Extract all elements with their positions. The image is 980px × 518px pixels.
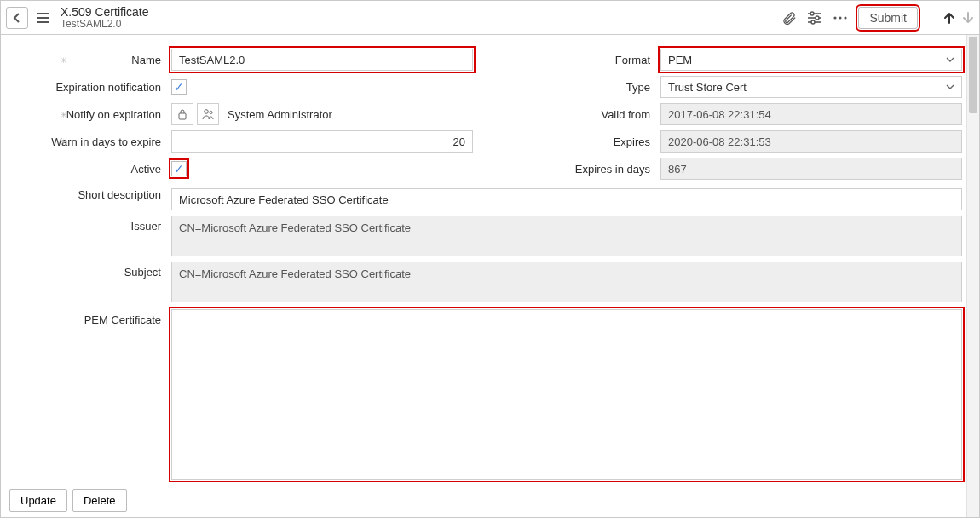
- short-desc-input[interactable]: [171, 188, 962, 210]
- notify-user: System Administrator: [228, 108, 332, 121]
- svg-point-4: [816, 16, 819, 20]
- name-input[interactable]: [171, 49, 473, 71]
- label-issuer: Issuer: [18, 216, 171, 233]
- form-body: Name Expiration notification ✓ Notify on…: [1, 35, 979, 490]
- svg-point-5: [811, 20, 815, 24]
- label-type: Type: [507, 81, 660, 94]
- settings-icon[interactable]: [807, 11, 822, 25]
- prev-record-icon[interactable]: [943, 11, 955, 25]
- label-name: Name: [18, 54, 171, 66]
- label-expires-in-days: Expires in days: [507, 163, 660, 176]
- svg-rect-9: [179, 113, 186, 119]
- record-name: TestSAML2.0: [61, 19, 149, 31]
- title-block: X.509 Certificate TestSAML2.0: [61, 5, 149, 31]
- svg-point-8: [845, 16, 847, 19]
- expires-field: [660, 130, 962, 153]
- svg-point-3: [810, 12, 814, 15]
- header-actions: Submit: [781, 7, 974, 29]
- update-button[interactable]: Update: [9, 489, 67, 512]
- label-valid-from: Valid from: [507, 108, 660, 121]
- form-header: X.509 Certificate TestSAML2.0: [1, 1, 979, 35]
- more-icon[interactable]: [833, 15, 848, 20]
- attachment-icon[interactable]: [781, 10, 797, 26]
- label-subject: Subject: [18, 262, 171, 279]
- label-notify: Notify on expiration: [18, 108, 171, 121]
- issuer-field: CN=Microsoft Azure Federated SSO Certifi…: [171, 216, 962, 256]
- subject-field: CN=Microsoft Azure Federated SSO Certifi…: [171, 262, 962, 302]
- svg-point-7: [839, 16, 842, 19]
- exp-notif-checkbox[interactable]: ✓: [171, 79, 187, 95]
- valid-from-field: [660, 103, 962, 125]
- lock-icon[interactable]: [171, 103, 193, 125]
- type-value: Trust Store Cert: [668, 81, 747, 94]
- back-button[interactable]: [6, 7, 28, 29]
- format-select[interactable]: PEM: [660, 49, 962, 71]
- scrollbar-thumb[interactable]: [969, 37, 977, 113]
- label-warn: Warn in days to expire: [18, 135, 171, 148]
- svg-point-11: [210, 111, 212, 113]
- expires-in-days-field: [660, 158, 962, 180]
- next-record-icon[interactable]: [962, 11, 974, 25]
- delete-button[interactable]: Delete: [72, 489, 127, 512]
- active-checkbox[interactable]: ✓: [171, 161, 187, 176]
- page-title: X.509 Certificate: [61, 5, 149, 19]
- pem-textarea[interactable]: [171, 309, 962, 480]
- format-value: PEM: [668, 54, 692, 66]
- label-short-desc: Short description: [18, 188, 171, 210]
- chevron-down-icon: [946, 84, 954, 89]
- submit-button[interactable]: Submit: [858, 7, 918, 29]
- label-active: Active: [18, 163, 171, 176]
- chevron-down-icon: [946, 57, 954, 62]
- user-icon[interactable]: [197, 103, 219, 125]
- label-format: Format: [507, 54, 660, 66]
- type-select[interactable]: Trust Store Cert: [660, 76, 962, 98]
- label-exp-notif: Expiration notification: [18, 81, 171, 94]
- vertical-scrollbar[interactable]: [966, 35, 979, 517]
- label-pem: PEM Certificate: [18, 309, 171, 326]
- form-footer: Update Delete: [9, 489, 127, 512]
- svg-point-10: [205, 110, 209, 114]
- warn-days-input[interactable]: [171, 130, 473, 153]
- label-expires: Expires: [507, 135, 660, 148]
- menu-icon[interactable]: [37, 13, 49, 23]
- svg-point-6: [834, 16, 837, 19]
